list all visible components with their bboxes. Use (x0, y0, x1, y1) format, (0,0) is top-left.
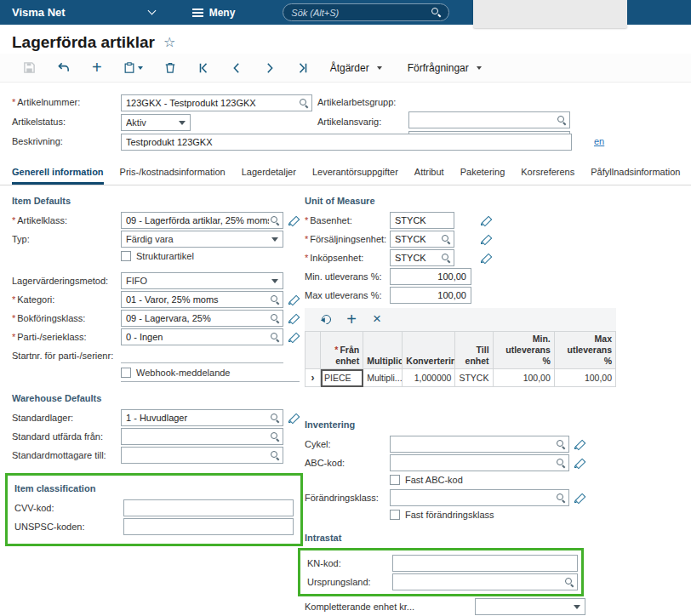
lookup-icon[interactable] (557, 493, 566, 503)
kategori-field[interactable] (121, 291, 283, 308)
save-button[interactable] (23, 60, 36, 77)
inkopsenhet-field[interactable] (390, 249, 454, 266)
partiserieklass-input[interactable] (126, 332, 269, 342)
copy-paste-button[interactable] (123, 60, 143, 77)
bokforingsklass-input[interactable] (126, 313, 269, 323)
basenhet-input[interactable] (395, 215, 449, 225)
lookup-icon[interactable] (271, 216, 280, 225)
column-header-konverterin[interactable]: Konverterin (403, 332, 455, 369)
kn-kod-field[interactable] (392, 555, 578, 572)
global-search[interactable] (283, 3, 449, 21)
inkopsenhet-input[interactable] (395, 253, 440, 263)
lookup-icon[interactable] (442, 254, 451, 263)
cykel-input[interactable] (395, 439, 555, 449)
lookup-icon[interactable] (271, 333, 280, 342)
typ-select[interactable]: Färdig vara (121, 231, 283, 248)
webhook-checkbox[interactable] (121, 368, 131, 378)
edit-pencil-icon[interactable] (288, 331, 300, 343)
max-utleverans-field[interactable] (390, 287, 471, 304)
lookup-icon[interactable] (271, 451, 280, 460)
basenhet-field[interactable] (390, 212, 454, 229)
startnr-field[interactable] (121, 347, 283, 363)
cvv-kod-field[interactable] (123, 499, 294, 516)
fast-forandringsklass-checkbox[interactable] (390, 510, 400, 520)
delete-button[interactable] (164, 60, 176, 77)
edit-pencil-icon[interactable] (288, 412, 300, 424)
lookup-icon[interactable] (271, 414, 280, 423)
tab-pris-kostnadsinformation[interactable]: Pris-/kostnadsinformation (120, 167, 226, 185)
edit-pencil-icon[interactable] (574, 492, 585, 504)
abc-kod-input[interactable] (395, 458, 555, 468)
go-previous-button[interactable] (231, 60, 243, 77)
kompletterande-enhet-select[interactable] (475, 598, 585, 615)
column-header-multiplic[interactable]: Multiplic (363, 332, 403, 369)
tab-paketering[interactable]: Paketering (460, 167, 505, 185)
column-header-till-enhet[interactable]: Till enhet (455, 332, 493, 369)
unspsc-field[interactable] (123, 518, 294, 535)
artikelnummer-input[interactable] (126, 98, 298, 108)
bokforingsklass-field[interactable] (121, 310, 283, 327)
ursprungsland-input[interactable] (397, 577, 563, 587)
undo-button[interactable] (57, 60, 71, 77)
lookup-icon[interactable] (442, 235, 451, 244)
kn-kod-input[interactable] (397, 558, 573, 568)
standard-utfarda-input[interactable] (126, 431, 269, 442)
lookup-icon[interactable] (271, 295, 280, 305)
fast-abc-kod-checkbox[interactable] (390, 475, 400, 485)
edit-pencil-icon[interactable] (480, 233, 492, 245)
lookup-icon[interactable] (557, 459, 566, 468)
cell-fran-enhet[interactable]: PIECE (321, 369, 363, 387)
main-menu-button[interactable]: Meny (192, 7, 236, 19)
lookup-icon[interactable] (271, 314, 280, 323)
standard-utfarda-field[interactable] (121, 428, 283, 445)
column-header-max-utleverans[interactable]: Max utleverans % (554, 332, 615, 369)
artikelnummer-field[interactable] (121, 94, 312, 111)
edit-pencil-icon[interactable] (480, 252, 492, 264)
standardlager-input[interactable] (126, 413, 269, 423)
edit-pencil-icon[interactable] (288, 294, 300, 305)
column-header-fran-enhet[interactable]: Från enhet (321, 332, 363, 369)
table-row[interactable]: PIECE Multipli... 1,000000 STYCK 100,00 … (306, 369, 616, 387)
cvv-kod-input[interactable] (128, 503, 288, 513)
kategori-input[interactable] (126, 294, 269, 305)
lookup-icon[interactable] (557, 440, 566, 449)
unspsc-input[interactable] (128, 522, 288, 532)
lookup-icon[interactable] (565, 578, 574, 587)
chevron-down-icon[interactable] (147, 7, 156, 15)
abc-kod-field[interactable] (390, 454, 569, 471)
tab-attribut[interactable]: Attribut (414, 167, 444, 185)
inquiries-menu-button[interactable]: Förfrågningar (408, 62, 482, 74)
lookup-icon[interactable] (271, 432, 280, 442)
cykel-field[interactable] (390, 436, 569, 453)
grid-delete-row-button[interactable] (364, 308, 390, 331)
artikelstatus-select[interactable]: Aktiv (121, 114, 191, 131)
add-record-button[interactable] (92, 60, 102, 77)
forandringsklass-field[interactable] (390, 489, 569, 506)
tab-korsreferens[interactable]: Korsreferens (521, 167, 574, 185)
translation-link[interactable]: en (594, 136, 604, 146)
edit-pencil-icon[interactable] (574, 457, 585, 469)
lagervarderingsmetod-select[interactable]: FIFO (121, 272, 283, 289)
cell-min-utleverans[interactable]: 100,00 (493, 369, 554, 387)
partiserieklass-field[interactable] (121, 328, 283, 345)
artikelklass-field[interactable] (121, 212, 283, 229)
go-last-button[interactable] (297, 60, 309, 77)
cell-konverterin[interactable]: 1,000000 (403, 369, 455, 387)
strukturartikel-checkbox[interactable] (121, 251, 131, 261)
row-selector-cell[interactable] (306, 369, 321, 387)
edit-pencil-icon[interactable] (288, 214, 300, 226)
ursprungsland-field[interactable] (392, 573, 578, 590)
go-next-button[interactable] (264, 60, 276, 77)
forsaljningsenhet-field[interactable] (390, 231, 454, 248)
max-utleverans-input[interactable] (395, 290, 466, 300)
standardmottagare-input[interactable] (126, 450, 269, 460)
grid-refresh-button[interactable] (313, 308, 339, 331)
tab-leverantorsuppgifter[interactable]: Leverantörsuppgifter (312, 167, 398, 185)
beskrivning-field[interactable] (121, 134, 572, 151)
min-utleverans-input[interactable] (395, 271, 466, 282)
forandringsklass-input[interactable] (395, 493, 555, 503)
tab-lagerdetaljer[interactable]: Lagerdetaljer (242, 167, 296, 185)
edit-pencil-icon[interactable] (480, 214, 492, 226)
column-header-min-utleverans[interactable]: Min. utleverans % (493, 332, 554, 369)
app-brand[interactable]: Visma Net (12, 6, 66, 19)
